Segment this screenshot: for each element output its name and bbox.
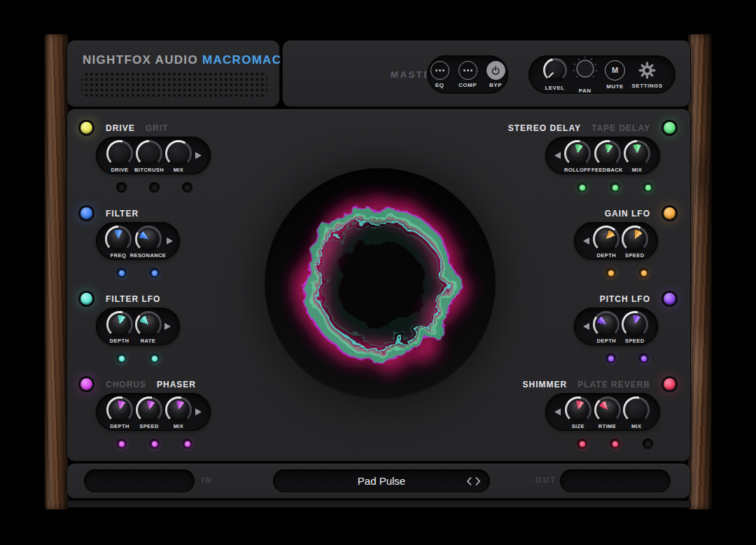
chassis-base-strip	[67, 501, 690, 507]
knob-depth[interactable]	[593, 311, 620, 338]
module-led-row	[105, 268, 171, 278]
knob-label: DRIVE	[111, 167, 129, 173]
module-led-chorus-phaser[interactable]	[80, 378, 92, 390]
tab-plate-reverb[interactable]: PLATE REVERB	[578, 380, 650, 389]
knob-bitcrush[interactable]	[136, 140, 162, 167]
led-cell	[594, 268, 627, 278]
input-meter	[84, 469, 195, 492]
knob-led-off[interactable]	[149, 182, 160, 193]
knob-mix[interactable]	[165, 140, 192, 167]
logo-panel: NIGHTFOX AUDIO MACROMACRO	[67, 41, 279, 106]
master-switch-group: EQ COMP BYP	[427, 55, 508, 94]
knob-led-on[interactable]	[116, 353, 127, 364]
pan-knob[interactable]	[571, 55, 599, 85]
preset-selector[interactable]: Pad Pulse	[273, 469, 490, 492]
tab-filter-lfo[interactable]: FILTER LFO	[106, 294, 160, 304]
module-led-pitch-lfo[interactable]	[664, 293, 676, 305]
knob-rolloff[interactable]	[564, 140, 591, 167]
module-led-gain-lfo[interactable]	[664, 207, 676, 219]
knob-size[interactable]	[565, 396, 592, 423]
triangle-right-icon[interactable]	[164, 323, 171, 330]
knob-led-on[interactable]	[182, 439, 192, 449]
triangle-left-icon[interactable]	[583, 237, 589, 244]
knob-feedback[interactable]	[594, 140, 621, 167]
eq-button[interactable]: EQ	[428, 61, 451, 88]
module-led-shimmer[interactable]	[664, 378, 676, 390]
tab-tape-delay[interactable]: TAPE DELAY	[592, 123, 650, 133]
knob-label: MIX	[632, 167, 643, 173]
knob-unit: RATE	[134, 310, 162, 344]
module-led-filter[interactable]	[80, 207, 92, 219]
knob-resonance[interactable]	[135, 226, 162, 252]
triangle-left-icon[interactable]	[583, 323, 589, 330]
knob-led-off[interactable]	[182, 182, 192, 193]
comp-button[interactable]: COMP	[456, 61, 479, 88]
knob-led-off[interactable]	[116, 182, 127, 193]
module-led-drive[interactable]	[80, 122, 92, 134]
tab-gain-lfo[interactable]: GAIN LFO	[605, 209, 650, 219]
triangle-left-icon[interactable]	[554, 152, 561, 159]
knob-depth[interactable]	[106, 396, 133, 423]
knob-led-on[interactable]	[149, 439, 160, 449]
triangle-left-icon[interactable]	[554, 408, 561, 415]
tab-filter[interactable]: FILTER	[106, 209, 139, 219]
knob-speed[interactable]	[622, 311, 648, 338]
tab-phaser[interactable]: PHASER	[157, 380, 196, 389]
knob-led-on[interactable]	[149, 353, 160, 364]
knob-label: FREQ	[111, 252, 126, 258]
knob-value-wedge	[626, 315, 644, 333]
knob-mix[interactable]	[165, 396, 192, 423]
knob-speed[interactable]	[622, 226, 648, 252]
triangle-right-icon[interactable]	[167, 237, 173, 244]
tab-grit[interactable]: GRIT	[146, 123, 169, 133]
settings-button[interactable]	[638, 61, 657, 83]
knob-led-on[interactable]	[577, 182, 587, 193]
module-led-filter-lfo[interactable]	[80, 293, 92, 305]
knob-depth[interactable]	[106, 311, 133, 338]
knob-rtime[interactable]	[594, 396, 621, 423]
knob-mix[interactable]	[623, 396, 650, 423]
module-led-stereo-delay[interactable]	[664, 122, 676, 134]
triangle-right-icon[interactable]	[195, 152, 202, 159]
knob-led-on[interactable]	[116, 439, 127, 449]
knob-led-on[interactable]	[638, 268, 649, 278]
knob-value-wedge	[598, 401, 617, 419]
tab-chorus[interactable]: CHORUS	[106, 380, 146, 389]
tab-pitch-lfo[interactable]: PITCH LFO	[600, 294, 650, 304]
knob-led-on[interactable]	[149, 268, 160, 278]
module-header: CHORUSPHASER	[80, 378, 196, 390]
knob-led-on[interactable]	[606, 268, 616, 278]
module-header: DRIVEGRIT	[80, 122, 168, 134]
knob-led-on[interactable]	[610, 439, 620, 449]
module-led-row	[105, 439, 204, 449]
knob-label: SPEED	[139, 423, 158, 429]
module-tabs: GAIN LFO	[605, 209, 650, 219]
knob-led-on[interactable]	[116, 268, 127, 278]
bypass-button[interactable]: BYP	[484, 61, 507, 88]
knob-led-on[interactable]	[577, 439, 587, 449]
knob-unit: MIX	[164, 395, 193, 429]
knob-led-on[interactable]	[643, 182, 653, 193]
chevron-left-icon[interactable]	[466, 476, 472, 486]
knob-speed[interactable]	[136, 396, 162, 423]
knob-depth[interactable]	[593, 226, 620, 252]
plugin-window: NIGHTFOX AUDIO MACROMACRO MASTER EQ COMP	[0, 0, 756, 545]
triangle-right-icon[interactable]	[195, 408, 202, 415]
knob-freq[interactable]	[105, 226, 132, 252]
tab-stereo-delay[interactable]: STEREO DELAY	[508, 123, 581, 133]
mute-button[interactable]: M	[605, 60, 625, 81]
led-cell	[598, 439, 631, 449]
level-knob[interactable]	[543, 58, 567, 82]
knob-led-off[interactable]	[643, 439, 653, 449]
knob-led-on[interactable]	[610, 182, 620, 193]
knob-unit: DEPTH	[592, 310, 621, 344]
tab-drive[interactable]: DRIVE	[106, 123, 135, 133]
module-header: PITCH LFO	[600, 293, 676, 305]
chevron-right-icon[interactable]	[475, 476, 481, 486]
knob-led-on[interactable]	[606, 353, 616, 364]
knob-mix[interactable]	[624, 140, 650, 167]
knob-rate[interactable]	[135, 311, 162, 338]
tab-shimmer[interactable]: SHIMMER	[523, 380, 568, 389]
knob-drive[interactable]	[106, 140, 133, 167]
knob-led-on[interactable]	[638, 353, 649, 364]
